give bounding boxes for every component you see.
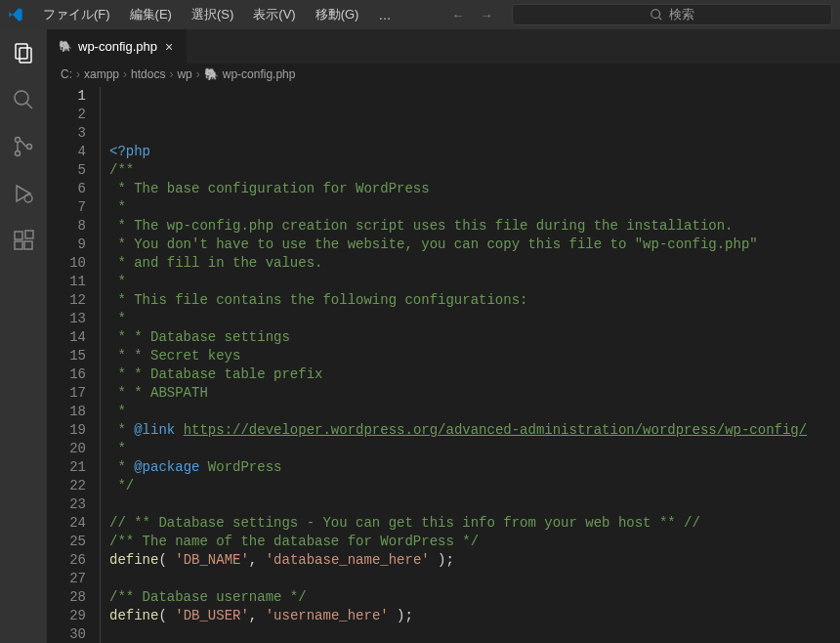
- svg-point-8: [27, 145, 32, 150]
- menu-view[interactable]: 表示(V): [245, 2, 303, 27]
- vscode-logo-icon: [8, 7, 23, 22]
- code-line[interactable]: * * Database settings: [109, 328, 840, 347]
- menu-select[interactable]: 選択(S): [184, 2, 241, 27]
- svg-point-6: [16, 138, 21, 143]
- nav-forward-icon[interactable]: →: [474, 4, 498, 26]
- svg-point-0: [651, 10, 660, 19]
- svg-rect-11: [15, 241, 22, 249]
- line-number: 7: [47, 198, 86, 217]
- search-icon: [650, 8, 663, 21]
- code-line[interactable]: *: [109, 198, 840, 217]
- tab-wp-config[interactable]: 🐘 wp-config.php ×: [47, 29, 188, 64]
- explorer-icon[interactable]: [12, 41, 35, 64]
- search-placeholder: 検索: [669, 6, 694, 23]
- activity-bar: [0, 29, 47, 643]
- line-number: 1: [47, 87, 86, 106]
- indent-guide: [100, 87, 101, 643]
- source-control-icon[interactable]: [12, 135, 35, 158]
- line-number: 15: [47, 347, 86, 365]
- line-number: 21: [47, 458, 86, 477]
- line-number: 12: [47, 291, 86, 310]
- chevron-right-icon: ›: [196, 67, 200, 81]
- line-number: 23: [47, 495, 86, 514]
- nav-back-icon[interactable]: ←: [445, 4, 470, 26]
- code-line[interactable]: define( 'DB_USER', 'username_here' );: [109, 607, 840, 625]
- run-debug-icon[interactable]: [12, 182, 35, 205]
- menu-go[interactable]: 移動(G): [308, 2, 367, 27]
- code-line[interactable]: * * Secret keys: [109, 347, 840, 365]
- search-activity-icon[interactable]: [12, 88, 35, 111]
- code-line[interactable]: * * ABSPATH: [109, 384, 840, 403]
- code-line[interactable]: // ** Database settings - You can get th…: [109, 514, 840, 533]
- code-line[interactable]: *: [109, 403, 840, 421]
- breadcrumb[interactable]: C: › xampp › htdocs › wp › 🐘 wp-config.p…: [47, 64, 840, 85]
- code-line[interactable]: /** Database username */: [109, 588, 840, 607]
- menu-more[interactable]: …: [370, 4, 399, 26]
- line-number: 2: [47, 106, 86, 124]
- code-line[interactable]: * The base configuration for WordPress: [109, 180, 840, 198]
- svg-rect-10: [15, 232, 22, 239]
- line-number: 29: [47, 607, 86, 625]
- code-editor[interactable]: 1234567891011121314151617181920212223242…: [47, 85, 840, 643]
- code-line[interactable]: * @package WordPress: [109, 458, 840, 477]
- code-line[interactable]: *: [109, 310, 840, 328]
- svg-rect-2: [16, 44, 27, 59]
- code-line[interactable]: *: [109, 440, 840, 458]
- menu-file[interactable]: ファイル(F): [35, 2, 118, 27]
- line-number: 27: [47, 570, 86, 588]
- code-line[interactable]: [109, 495, 840, 514]
- code-line[interactable]: */: [109, 477, 840, 495]
- svg-line-1: [659, 18, 662, 21]
- line-number: 14: [47, 328, 86, 347]
- chevron-right-icon: ›: [123, 67, 127, 81]
- menu-edit[interactable]: 編集(E): [122, 2, 180, 27]
- breadcrumb-segment[interactable]: C:: [61, 67, 72, 81]
- line-number: 3: [47, 124, 86, 143]
- code-line[interactable]: * The wp-config.php creation script uses…: [109, 217, 840, 236]
- svg-rect-13: [25, 231, 33, 238]
- code-line[interactable]: * @link https://developer.wordpress.org/…: [109, 421, 840, 440]
- code-line[interactable]: /**: [109, 161, 840, 180]
- svg-point-7: [16, 151, 21, 156]
- editor-area: 🐘 wp-config.php × C: › xampp › htdocs › …: [47, 29, 840, 643]
- line-number: 6: [47, 180, 86, 198]
- line-number-gutter: 1234567891011121314151617181920212223242…: [47, 85, 100, 643]
- breadcrumb-segment[interactable]: htdocs: [131, 67, 165, 81]
- line-number: 20: [47, 440, 86, 458]
- line-number: 8: [47, 217, 86, 236]
- editor-tabs: 🐘 wp-config.php ×: [47, 29, 840, 64]
- tab-label: wp-config.php: [78, 39, 157, 54]
- breadcrumb-segment[interactable]: wp-config.php: [223, 67, 296, 81]
- chevron-right-icon: ›: [169, 67, 173, 81]
- line-number: 22: [47, 477, 86, 495]
- breadcrumb-segment[interactable]: xampp: [84, 67, 119, 81]
- svg-point-9: [24, 194, 32, 202]
- code-line[interactable]: * This file contains the following confi…: [109, 291, 840, 310]
- svg-line-5: [26, 103, 32, 108]
- code-line[interactable]: * * Database table prefix: [109, 365, 840, 384]
- title-bar: ファイル(F) 編集(E) 選択(S) 表示(V) 移動(G) … ← → 検索: [0, 0, 840, 29]
- php-file-icon: 🐘: [59, 40, 72, 53]
- line-number: 9: [47, 236, 86, 254]
- code-line[interactable]: * You don't have to use the website, you…: [109, 236, 840, 254]
- code-line[interactable]: * and fill in the values.: [109, 254, 840, 273]
- code-line[interactable]: [109, 625, 840, 643]
- line-number: 5: [47, 161, 86, 180]
- breadcrumb-segment[interactable]: wp: [177, 67, 191, 81]
- line-number: 16: [47, 365, 86, 384]
- svg-rect-3: [20, 48, 31, 63]
- line-number: 13: [47, 310, 86, 328]
- code-line[interactable]: define( 'DB_NAME', 'database_name_here' …: [109, 551, 840, 570]
- svg-rect-12: [24, 241, 32, 249]
- code-line[interactable]: <?php: [109, 143, 840, 161]
- line-number: 18: [47, 403, 86, 421]
- command-center-search[interactable]: 検索: [512, 4, 832, 25]
- close-icon[interactable]: ×: [163, 39, 175, 55]
- extensions-icon[interactable]: [12, 229, 35, 252]
- svg-point-4: [15, 91, 28, 105]
- line-number: 26: [47, 551, 86, 570]
- code-line[interactable]: *: [109, 273, 840, 291]
- code-content[interactable]: <?php/** * The base configuration for Wo…: [100, 85, 840, 643]
- code-line[interactable]: /** The name of the database for WordPre…: [109, 533, 840, 551]
- code-line[interactable]: [109, 570, 840, 588]
